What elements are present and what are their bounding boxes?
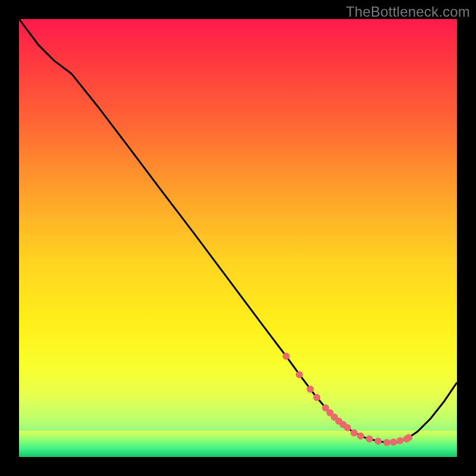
marker-dot	[306, 386, 314, 393]
marker-dot	[383, 439, 390, 446]
chart-stage: TheBottleneck.com	[0, 0, 476, 476]
marker-dot	[350, 430, 358, 437]
marker-dot	[366, 436, 373, 443]
gradient-background	[19, 19, 457, 457]
marker-dot	[396, 437, 403, 444]
marker-dot	[344, 424, 351, 431]
marker-dot	[296, 371, 303, 378]
watermark-text: TheBottleneck.com	[346, 4, 470, 20]
marker-dot	[390, 439, 397, 446]
marker-dot	[375, 438, 382, 445]
plot-area	[19, 19, 457, 457]
marker-dot	[405, 434, 412, 441]
svg-rect-12	[19, 455, 457, 457]
chart-svg	[19, 19, 457, 457]
marker-dot	[283, 353, 290, 360]
marker-dot	[313, 394, 320, 401]
marker-dot	[357, 433, 364, 440]
